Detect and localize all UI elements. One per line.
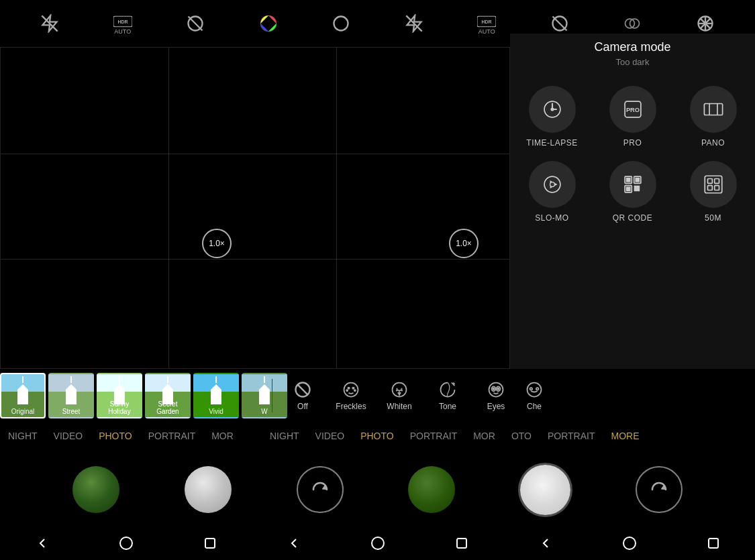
hdr2-sub: AUTO [479, 28, 495, 35]
reload-left[interactable] [297, 466, 344, 513]
svg-rect-34 [626, 178, 630, 182]
beauty-strip: Off Freckles Whiten [265, 369, 755, 423]
filter-street[interactable]: Street [48, 373, 94, 418]
android-nav-bar [0, 526, 755, 560]
home-button-mid[interactable] [368, 533, 388, 553]
svg-point-49 [348, 388, 349, 389]
flash-off-icon[interactable] [40, 14, 59, 33]
svg-rect-72 [709, 539, 718, 548]
too-dark-status: Too dark [616, 57, 650, 67]
svg-rect-40 [637, 189, 639, 191]
filter-vivid[interactable]: Vivid [193, 373, 239, 418]
color-wheel-icon[interactable] [259, 14, 278, 33]
svg-rect-45 [714, 186, 719, 190]
tab-portrait[interactable]: PORTRAIT [140, 431, 204, 441]
svg-point-48 [344, 383, 358, 397]
filter2-icon[interactable] [550, 14, 569, 33]
filter-secret-garden[interactable]: Secret Garden [145, 373, 191, 418]
tab-portrait3[interactable]: PORTRAIT [540, 431, 603, 441]
aperture-icon[interactable] [696, 14, 715, 33]
tab-video[interactable]: VIDEO [46, 431, 91, 441]
recents-button-right[interactable] [703, 533, 723, 553]
svg-rect-36 [626, 187, 630, 190]
svg-point-67 [120, 537, 132, 549]
mode-pro[interactable]: PRO PRO [599, 86, 666, 148]
svg-point-71 [623, 537, 636, 549]
svg-text:HDR: HDR [117, 19, 128, 24]
shutter-right[interactable] [520, 465, 570, 515]
back-button-mid[interactable] [284, 533, 304, 553]
svg-rect-35 [636, 178, 639, 182]
recents-button-mid[interactable] [452, 533, 472, 553]
qr-code-icon-circle [609, 161, 656, 208]
filter-sunny-label: Sunny Holiday [98, 400, 141, 415]
tab-more[interactable]: MOR [203, 431, 242, 441]
filter-secret-label: Secret Garden [146, 400, 189, 415]
bokeh-icon[interactable] [623, 14, 642, 33]
pro-icon-circle: PRO [609, 86, 656, 133]
beauty-off[interactable]: Off [279, 380, 326, 411]
camera-mode-panel: Camera mode Too dark TIME-LAPSE PRO PRO [510, 34, 755, 369]
svg-point-51 [346, 390, 348, 391]
filter-icon[interactable] [186, 14, 205, 33]
mode-time-lapse[interactable]: TIME-LAPSE [519, 86, 586, 148]
gallery-thumb-right[interactable] [408, 466, 455, 513]
gallery-thumb-left[interactable] [72, 466, 119, 513]
mode-qr-code[interactable]: QR CODE [599, 161, 666, 223]
time-lapse-icon-circle [529, 86, 576, 133]
pano-icon-circle [690, 86, 737, 133]
zoom-value-right: 1.0× [456, 239, 472, 248]
beauty-freckles[interactable]: Freckles [328, 380, 374, 411]
shape-icon[interactable] [332, 14, 350, 33]
tab-photo[interactable]: PHOTO [91, 431, 140, 441]
mode-slo-mo[interactable]: SLO-MO [519, 161, 586, 223]
tab-oto[interactable]: OTO [503, 431, 540, 441]
beauty-freckles-label: Freckles [336, 402, 366, 411]
time-lapse-label: TIME-LAPSE [526, 138, 577, 148]
beauty-eyes[interactable]: Eyes [472, 380, 519, 411]
beauty-whiten[interactable]: Whiten [376, 380, 423, 411]
android-nav-right [503, 533, 755, 553]
tab-more3[interactable]: MORE [603, 431, 647, 441]
svg-rect-39 [634, 189, 636, 191]
svg-point-62 [493, 388, 494, 390]
hdr-auto-icon[interactable]: HDR AUTO [113, 12, 132, 35]
nav-tabs-right: NIGHT VIDEO PHOTO PORTRAIT MOR OTO PORTR… [262, 423, 755, 449]
hdr-auto2-icon[interactable]: HDR AUTO [477, 12, 496, 35]
tab-night[interactable]: NIGHT [0, 431, 46, 441]
beauty-che[interactable]: Che [521, 380, 548, 411]
svg-point-30 [550, 182, 554, 187]
pro-label: PRO [623, 138, 642, 148]
tab-more2[interactable]: MOR [465, 431, 503, 441]
zoom-badge-left[interactable]: 1.0× [202, 229, 232, 258]
shutter-left[interactable] [185, 466, 232, 513]
svg-text:PRO: PRO [625, 107, 639, 113]
android-nav-middle [252, 533, 503, 553]
recents-button-left[interactable] [200, 533, 220, 553]
svg-point-65 [530, 388, 533, 390]
filter-original[interactable]: Original [0, 373, 46, 418]
svg-rect-70 [457, 539, 466, 548]
svg-point-52 [354, 390, 356, 391]
mode-pano[interactable]: PANO [680, 86, 747, 148]
svg-rect-43 [714, 179, 719, 184]
back-button-right[interactable] [536, 533, 556, 553]
beauty-tone[interactable]: Tone [424, 380, 471, 411]
zoom-badge-right[interactable]: 1.0× [449, 229, 479, 258]
mode-50m[interactable]: 50M [680, 161, 747, 223]
tab-photo2[interactable]: PHOTO [352, 431, 402, 441]
tab-night2[interactable]: NIGHT [262, 431, 307, 441]
home-button-left[interactable] [116, 533, 136, 553]
filter-sunny-holiday[interactable]: Sunny Holiday [97, 373, 142, 418]
reload-right[interactable] [636, 466, 683, 513]
tab-portrait2[interactable]: PORTRAIT [402, 431, 466, 441]
home-button-right[interactable] [619, 533, 640, 553]
camera-controls [0, 449, 755, 530]
svg-rect-68 [205, 539, 215, 548]
flash-off2-icon[interactable] [405, 14, 423, 33]
hdr-sub: AUTO [114, 28, 131, 35]
filter-street-label: Street [50, 408, 93, 415]
tab-video2[interactable]: VIDEO [307, 431, 353, 441]
svg-marker-56 [399, 393, 400, 396]
back-button-left[interactable] [32, 533, 52, 553]
